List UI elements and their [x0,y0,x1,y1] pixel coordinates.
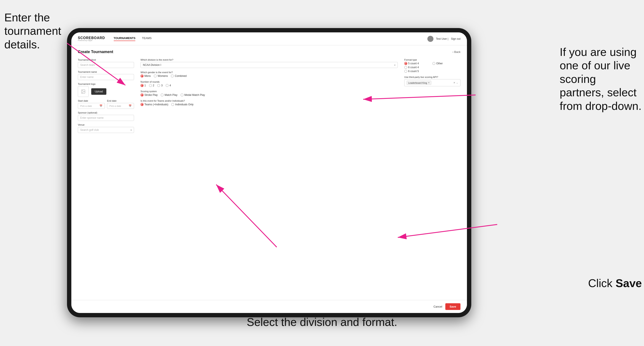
gender-womens-label: Womens [158,74,168,77]
api-expand-icon[interactable]: ⌄ [456,81,458,84]
individuals-only[interactable]: Individuals Only [171,103,194,106]
venue-field: Venue Search golf club ▾ [78,124,134,133]
tournament-logo-label: Tournament logo [78,83,134,85]
start-date-label: Start date [78,100,105,102]
gender-mens-label: Mens [144,74,151,77]
format-6count5-radio[interactable] [404,70,407,73]
division-dropdown[interactable]: NCAA Division I ▾ [140,62,398,68]
format-5count4[interactable]: 5 count 4 [404,62,432,65]
api-select[interactable]: Leaderboard King ✕ ✕ ⌄ [404,79,460,86]
scoring-match[interactable]: Match Play [160,93,177,96]
format-5count4-label: 5 count 4 [408,62,419,65]
start-date-input[interactable]: Pick a date 📅 [78,103,105,109]
logo-block: SCOREBOARD Powered by Clippit [78,36,105,41]
gender-combined-label: Combined [175,74,186,77]
rounds-4-label: 4 [170,84,171,87]
end-date-input[interactable]: Pick a date 📅 [107,103,134,109]
form-grid: Tournament Host Tournament name Tourname… [78,58,460,133]
api-value: Leaderboard King [408,82,427,84]
tournament-logo-field: Tournament logo Upload [78,83,134,97]
tablet-screen: SCOREBOARD Powered by Clippit TOURNAMENT… [71,32,467,313]
scoring-medal-match[interactable]: Medal Match Play [180,93,205,96]
nav-link-tournaments[interactable]: TOURNAMENTS [114,36,136,41]
logo-title: SCOREBOARD [78,36,105,40]
back-link[interactable]: ‹ Back [452,50,460,53]
date-field: Start date Pick a date 📅 End date Pick a… [78,100,134,109]
gender-mens[interactable]: Mens [140,74,151,77]
navbar-right: Test User | Sign out [428,36,460,42]
sponsor-input[interactable] [78,115,134,121]
api-field: Use third-party live scoring API? Leader… [404,76,460,86]
format-6count5[interactable]: 6 count 5 [404,70,432,73]
scoring-stroke-radio[interactable] [140,93,144,96]
gender-label: Which gender is the event for? [140,71,398,74]
rounds-2[interactable]: 2 [149,84,154,87]
division-label: Which division is the event for? [140,58,398,61]
teams-plus-individuals[interactable]: Teams (+Individuals) [140,103,168,106]
teams-label: Is this event for Teams and/or Individua… [140,100,398,102]
gender-combined[interactable]: Combined [171,74,186,77]
format-6count5-label: 6 count 5 [408,70,419,73]
gender-mens-radio[interactable] [140,74,144,77]
rounds-3[interactable]: 3 [157,84,162,87]
tournament-name-input[interactable] [78,74,134,80]
tournament-name-field: Tournament name [78,71,134,80]
rounds-4[interactable]: 4 [166,84,171,87]
scoring-field: Scoring system Stroke Play Match Play [140,90,398,96]
scoring-stroke-label: Stroke Play [144,93,158,96]
gender-womens[interactable]: Womens [154,74,168,77]
individuals-radio[interactable] [171,103,174,106]
api-clear-icon[interactable]: ✕ [453,81,455,84]
logo-upload-area: Upload [78,86,134,97]
rounds-2-radio[interactable] [149,84,152,87]
gender-womens-radio[interactable] [154,74,157,77]
user-label: Test User | [436,37,448,40]
rounds-label: Number of rounds [140,81,398,83]
signout-link[interactable]: Sign out [451,37,460,40]
format-6count4-radio[interactable] [404,66,407,69]
api-controls: ✕ ⌄ [453,81,458,84]
rounds-1[interactable]: 1 [140,84,146,87]
rounds-3-label: 3 [161,84,162,87]
format-radio-group: 5 count 4 Other 6 count 4 [404,62,460,73]
logo-placeholder [78,86,89,97]
scoring-match-radio[interactable] [160,93,164,96]
scoring-match-label: Match Play [164,93,177,96]
teams-radio[interactable] [140,103,144,106]
gender-field: Which gender is the event for? Mens Wome… [140,71,398,77]
format-other-label: Other [436,62,443,65]
rounds-1-radio[interactable] [140,84,144,87]
tournament-host-field: Tournament Host [78,58,134,68]
format-6count4-label: 6 count 4 [408,66,419,69]
save-button[interactable]: Save [445,303,460,310]
scoring-stroke[interactable]: Stroke Play [140,93,158,96]
tournament-host-input[interactable] [78,62,134,68]
rounds-4-radio[interactable] [166,84,168,87]
tournament-host-label: Tournament Host [78,58,134,61]
format-5count4-radio[interactable] [404,62,407,65]
venue-label: Venue [78,124,134,126]
format-other[interactable]: Other [432,62,460,65]
page-content: Create Tournament ‹ Back Tournament Host… [71,45,467,300]
end-date-placeholder: Pick a date [110,105,121,107]
api-label: Use third-party live scoring API? [404,76,460,78]
nav-link-teams[interactable]: TEAMS [142,36,152,41]
cancel-button[interactable]: Cancel [434,305,442,308]
upload-button[interactable]: Upload [91,88,106,95]
form-middle-column: Which division is the event for? NCAA Di… [140,58,398,133]
venue-dropdown[interactable]: Search golf club ▾ [78,127,134,133]
form-left-column: Tournament Host Tournament name Tourname… [78,58,134,133]
format-6count4[interactable]: 6 count 4 [404,66,432,69]
navbar-left: SCOREBOARD Powered by Clippit TOURNAMENT… [78,36,152,41]
svg-point-1 [82,90,83,91]
rounds-3-radio[interactable] [157,84,160,87]
format-other-radio[interactable] [432,62,436,65]
scoring-medal-radio[interactable] [180,93,184,96]
gender-combined-radio[interactable] [171,74,174,77]
annotation-bottom-center: Select the division and format. [247,315,397,329]
rounds-radio-group: 1 2 3 4 [140,84,398,87]
sponsor-field: Sponsor (optional) [78,111,134,121]
api-close-icon[interactable]: ✕ [428,81,430,84]
rounds-1-label: 1 [144,84,146,87]
chevron-down-icon: ▾ [130,129,132,131]
